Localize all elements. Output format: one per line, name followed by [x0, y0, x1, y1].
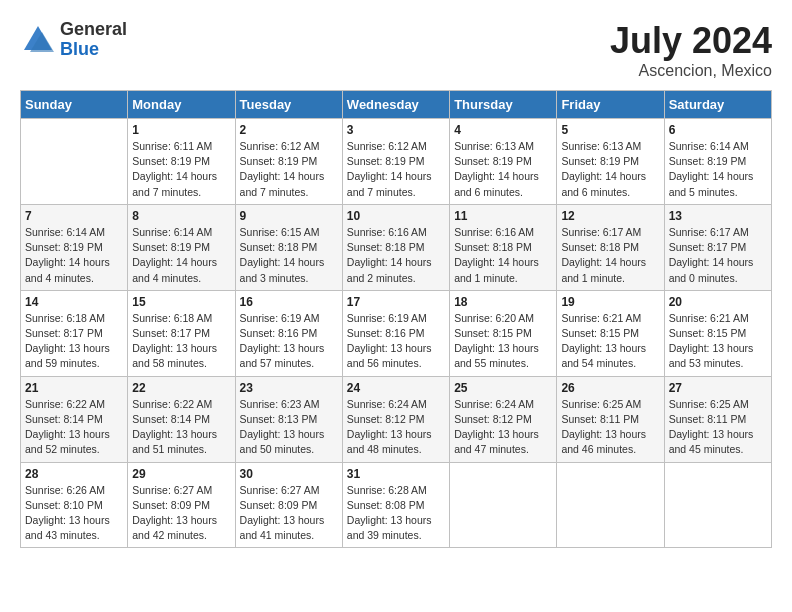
day-info: Sunrise: 6:24 AMSunset: 8:12 PMDaylight:…	[347, 397, 445, 458]
day-number: 14	[25, 295, 123, 309]
day-number: 4	[454, 123, 552, 137]
day-number: 11	[454, 209, 552, 223]
day-number: 26	[561, 381, 659, 395]
calendar-cell: 16Sunrise: 6:19 AMSunset: 8:16 PMDayligh…	[235, 290, 342, 376]
day-info: Sunrise: 6:19 AMSunset: 8:16 PMDaylight:…	[347, 311, 445, 372]
calendar-cell: 24Sunrise: 6:24 AMSunset: 8:12 PMDayligh…	[342, 376, 449, 462]
calendar-cell: 1Sunrise: 6:11 AMSunset: 8:19 PMDaylight…	[128, 119, 235, 205]
day-info: Sunrise: 6:23 AMSunset: 8:13 PMDaylight:…	[240, 397, 338, 458]
day-number: 10	[347, 209, 445, 223]
day-number: 24	[347, 381, 445, 395]
calendar-week-2: 7Sunrise: 6:14 AMSunset: 8:19 PMDaylight…	[21, 204, 772, 290]
calendar-cell: 8Sunrise: 6:14 AMSunset: 8:19 PMDaylight…	[128, 204, 235, 290]
calendar-cell: 7Sunrise: 6:14 AMSunset: 8:19 PMDaylight…	[21, 204, 128, 290]
logo-blue-text: Blue	[60, 40, 127, 60]
day-number: 17	[347, 295, 445, 309]
day-number: 8	[132, 209, 230, 223]
day-number: 25	[454, 381, 552, 395]
calendar-cell	[557, 462, 664, 548]
calendar-cell: 2Sunrise: 6:12 AMSunset: 8:19 PMDaylight…	[235, 119, 342, 205]
logo: General Blue	[20, 20, 127, 60]
calendar-cell: 5Sunrise: 6:13 AMSunset: 8:19 PMDaylight…	[557, 119, 664, 205]
day-info: Sunrise: 6:14 AMSunset: 8:19 PMDaylight:…	[669, 139, 767, 200]
day-info: Sunrise: 6:28 AMSunset: 8:08 PMDaylight:…	[347, 483, 445, 544]
logo-general-text: General	[60, 20, 127, 40]
day-info: Sunrise: 6:15 AMSunset: 8:18 PMDaylight:…	[240, 225, 338, 286]
calendar-cell: 27Sunrise: 6:25 AMSunset: 8:11 PMDayligh…	[664, 376, 771, 462]
day-info: Sunrise: 6:25 AMSunset: 8:11 PMDaylight:…	[669, 397, 767, 458]
day-info: Sunrise: 6:17 AMSunset: 8:18 PMDaylight:…	[561, 225, 659, 286]
day-info: Sunrise: 6:22 AMSunset: 8:14 PMDaylight:…	[132, 397, 230, 458]
calendar-cell: 10Sunrise: 6:16 AMSunset: 8:18 PMDayligh…	[342, 204, 449, 290]
calendar-week-4: 21Sunrise: 6:22 AMSunset: 8:14 PMDayligh…	[21, 376, 772, 462]
calendar-cell: 25Sunrise: 6:24 AMSunset: 8:12 PMDayligh…	[450, 376, 557, 462]
calendar-cell: 12Sunrise: 6:17 AMSunset: 8:18 PMDayligh…	[557, 204, 664, 290]
day-info: Sunrise: 6:14 AMSunset: 8:19 PMDaylight:…	[25, 225, 123, 286]
day-number: 23	[240, 381, 338, 395]
calendar-cell: 23Sunrise: 6:23 AMSunset: 8:13 PMDayligh…	[235, 376, 342, 462]
calendar-week-1: 1Sunrise: 6:11 AMSunset: 8:19 PMDaylight…	[21, 119, 772, 205]
day-number: 2	[240, 123, 338, 137]
calendar-cell: 26Sunrise: 6:25 AMSunset: 8:11 PMDayligh…	[557, 376, 664, 462]
day-number: 21	[25, 381, 123, 395]
day-info: Sunrise: 6:21 AMSunset: 8:15 PMDaylight:…	[561, 311, 659, 372]
calendar-cell: 14Sunrise: 6:18 AMSunset: 8:17 PMDayligh…	[21, 290, 128, 376]
day-info: Sunrise: 6:20 AMSunset: 8:15 PMDaylight:…	[454, 311, 552, 372]
day-info: Sunrise: 6:13 AMSunset: 8:19 PMDaylight:…	[561, 139, 659, 200]
calendar-cell: 31Sunrise: 6:28 AMSunset: 8:08 PMDayligh…	[342, 462, 449, 548]
day-info: Sunrise: 6:21 AMSunset: 8:15 PMDaylight:…	[669, 311, 767, 372]
calendar-cell: 30Sunrise: 6:27 AMSunset: 8:09 PMDayligh…	[235, 462, 342, 548]
calendar-week-3: 14Sunrise: 6:18 AMSunset: 8:17 PMDayligh…	[21, 290, 772, 376]
calendar-cell: 11Sunrise: 6:16 AMSunset: 8:18 PMDayligh…	[450, 204, 557, 290]
calendar-cell: 15Sunrise: 6:18 AMSunset: 8:17 PMDayligh…	[128, 290, 235, 376]
day-info: Sunrise: 6:27 AMSunset: 8:09 PMDaylight:…	[132, 483, 230, 544]
logo-icon	[20, 22, 56, 58]
day-number: 29	[132, 467, 230, 481]
day-info: Sunrise: 6:26 AMSunset: 8:10 PMDaylight:…	[25, 483, 123, 544]
day-number: 27	[669, 381, 767, 395]
calendar-cell: 18Sunrise: 6:20 AMSunset: 8:15 PMDayligh…	[450, 290, 557, 376]
header-row: SundayMondayTuesdayWednesdayThursdayFrid…	[21, 91, 772, 119]
day-info: Sunrise: 6:17 AMSunset: 8:17 PMDaylight:…	[669, 225, 767, 286]
day-info: Sunrise: 6:11 AMSunset: 8:19 PMDaylight:…	[132, 139, 230, 200]
day-number: 9	[240, 209, 338, 223]
calendar-cell: 6Sunrise: 6:14 AMSunset: 8:19 PMDaylight…	[664, 119, 771, 205]
day-number: 15	[132, 295, 230, 309]
day-number: 31	[347, 467, 445, 481]
day-info: Sunrise: 6:14 AMSunset: 8:19 PMDaylight:…	[132, 225, 230, 286]
calendar-cell: 29Sunrise: 6:27 AMSunset: 8:09 PMDayligh…	[128, 462, 235, 548]
day-number: 19	[561, 295, 659, 309]
header-cell-saturday: Saturday	[664, 91, 771, 119]
day-info: Sunrise: 6:24 AMSunset: 8:12 PMDaylight:…	[454, 397, 552, 458]
calendar-week-5: 28Sunrise: 6:26 AMSunset: 8:10 PMDayligh…	[21, 462, 772, 548]
calendar-cell: 9Sunrise: 6:15 AMSunset: 8:18 PMDaylight…	[235, 204, 342, 290]
day-info: Sunrise: 6:27 AMSunset: 8:09 PMDaylight:…	[240, 483, 338, 544]
calendar-cell: 28Sunrise: 6:26 AMSunset: 8:10 PMDayligh…	[21, 462, 128, 548]
day-number: 5	[561, 123, 659, 137]
day-number: 13	[669, 209, 767, 223]
calendar-cell: 20Sunrise: 6:21 AMSunset: 8:15 PMDayligh…	[664, 290, 771, 376]
calendar-table: SundayMondayTuesdayWednesdayThursdayFrid…	[20, 90, 772, 548]
day-number: 22	[132, 381, 230, 395]
calendar-cell: 17Sunrise: 6:19 AMSunset: 8:16 PMDayligh…	[342, 290, 449, 376]
calendar-cell: 13Sunrise: 6:17 AMSunset: 8:17 PMDayligh…	[664, 204, 771, 290]
calendar-cell: 22Sunrise: 6:22 AMSunset: 8:14 PMDayligh…	[128, 376, 235, 462]
day-info: Sunrise: 6:12 AMSunset: 8:19 PMDaylight:…	[240, 139, 338, 200]
calendar-cell: 4Sunrise: 6:13 AMSunset: 8:19 PMDaylight…	[450, 119, 557, 205]
calendar-cell	[664, 462, 771, 548]
header-cell-wednesday: Wednesday	[342, 91, 449, 119]
day-info: Sunrise: 6:18 AMSunset: 8:17 PMDaylight:…	[132, 311, 230, 372]
day-info: Sunrise: 6:18 AMSunset: 8:17 PMDaylight:…	[25, 311, 123, 372]
calendar-body: 1Sunrise: 6:11 AMSunset: 8:19 PMDaylight…	[21, 119, 772, 548]
header-cell-sunday: Sunday	[21, 91, 128, 119]
day-number: 12	[561, 209, 659, 223]
day-info: Sunrise: 6:12 AMSunset: 8:19 PMDaylight:…	[347, 139, 445, 200]
day-info: Sunrise: 6:13 AMSunset: 8:19 PMDaylight:…	[454, 139, 552, 200]
day-number: 20	[669, 295, 767, 309]
header: General Blue July 2024 Ascencion, Mexico	[20, 20, 772, 80]
day-number: 7	[25, 209, 123, 223]
calendar-header: SundayMondayTuesdayWednesdayThursdayFrid…	[21, 91, 772, 119]
day-number: 28	[25, 467, 123, 481]
day-number: 1	[132, 123, 230, 137]
day-info: Sunrise: 6:19 AMSunset: 8:16 PMDaylight:…	[240, 311, 338, 372]
